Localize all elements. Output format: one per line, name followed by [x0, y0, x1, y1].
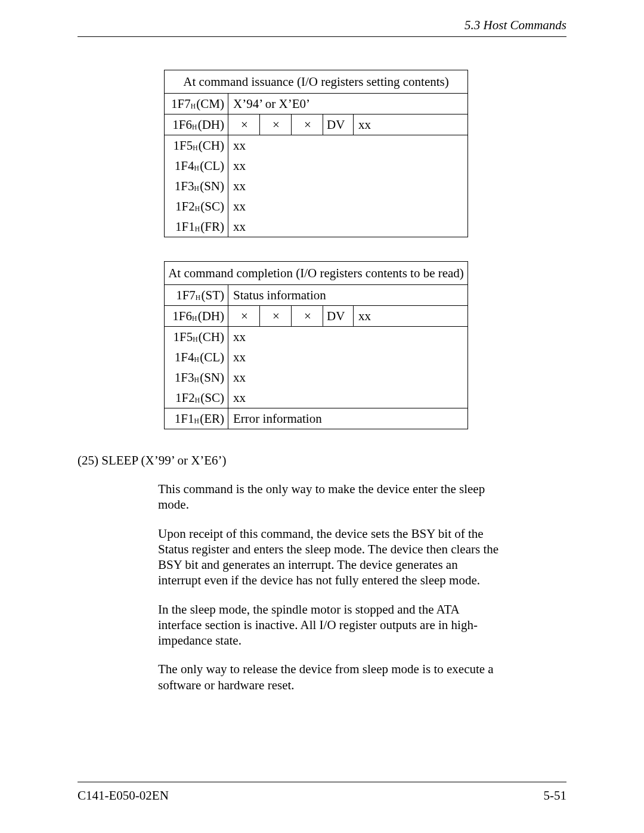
completion-reg-1f3: 1F3H(SN) — [165, 367, 228, 388]
issuance-1f4-val: xx — [228, 156, 468, 176]
completion-reg-1f1: 1F1H(ER) — [165, 408, 228, 429]
footer-page-number: 5-51 — [544, 788, 567, 803]
issuance-1f6-b0: × — [228, 114, 260, 135]
section-25-heading: (25) SLEEP (X’99’ or X’E6’) — [78, 453, 566, 468]
issuance-1f7-val: X’94’ or X’E0’ — [228, 94, 468, 114]
section-25-p4: The only way to release the device from … — [158, 661, 504, 693]
table-completion: At command completion (I/O registers con… — [164, 261, 468, 429]
completion-1f4-val: xx — [228, 347, 468, 367]
completion-reg-1f5: 1F5H(CH) — [165, 327, 228, 348]
issuance-reg-1f4: 1F4H(CL) — [165, 156, 228, 176]
completion-reg-1f6: 1F6H(DH) — [165, 306, 228, 327]
completion-1f1-val: Error information — [228, 408, 468, 429]
table-issuance: At command issuance (I/O registers setti… — [164, 70, 468, 237]
completion-1f6-rest: xx — [354, 306, 468, 327]
section-25-p2: Upon receipt of this command, the device… — [158, 526, 504, 589]
completion-reg-1f4: 1F4H(CL) — [165, 347, 228, 367]
footer-doc-id: C141-E050-02EN — [78, 788, 169, 803]
issuance-1f3-val: xx — [228, 176, 468, 196]
issuance-caption: At command issuance (I/O registers setti… — [165, 70, 468, 94]
completion-1f6-b1: × — [260, 306, 292, 327]
issuance-1f2-val: xx — [228, 196, 468, 216]
completion-caption: At command completion (I/O registers con… — [165, 262, 468, 285]
issuance-1f6-dv: DV — [323, 114, 354, 135]
issuance-1f6-b2: × — [292, 114, 323, 135]
issuance-reg-1f2: 1F2H(SC) — [165, 196, 228, 216]
completion-reg-1f2: 1F2H(SC) — [165, 388, 228, 408]
issuance-1f6-b1: × — [260, 114, 292, 135]
section-25-p1: This command is the only way to make the… — [158, 481, 504, 513]
footer-rule — [78, 782, 566, 782]
page-footer: C141-E050-02EN 5-51 — [78, 782, 566, 803]
issuance-reg-1f1: 1F1H(FR) — [165, 216, 228, 237]
issuance-reg-1f7: 1F7H(CM) — [165, 94, 228, 114]
completion-1f7-val: Status information — [228, 285, 468, 306]
section-25-p3: In the sleep mode, the spindle motor is … — [158, 602, 504, 649]
completion-1f6-dv: DV — [323, 306, 354, 327]
issuance-1f6-rest: xx — [354, 114, 468, 135]
issuance-reg-1f6: 1F6H(DH) — [165, 114, 228, 135]
completion-1f6-b2: × — [292, 306, 323, 327]
completion-reg-1f7: 1F7H(ST) — [165, 285, 228, 306]
completion-1f5-val: xx — [228, 327, 468, 348]
issuance-1f1-val: xx — [228, 216, 468, 237]
completion-1f6-b0: × — [228, 306, 260, 327]
issuance-reg-1f3: 1F3H(SN) — [165, 176, 228, 196]
section-25-body: This command is the only way to make the… — [158, 481, 504, 693]
issuance-reg-1f5: 1F5H(CH) — [165, 135, 228, 156]
issuance-1f5-val: xx — [228, 135, 468, 156]
completion-1f2-val: xx — [228, 388, 468, 408]
completion-1f3-val: xx — [228, 367, 468, 388]
header-section-title: 5.3 Host Commands — [78, 18, 566, 36]
